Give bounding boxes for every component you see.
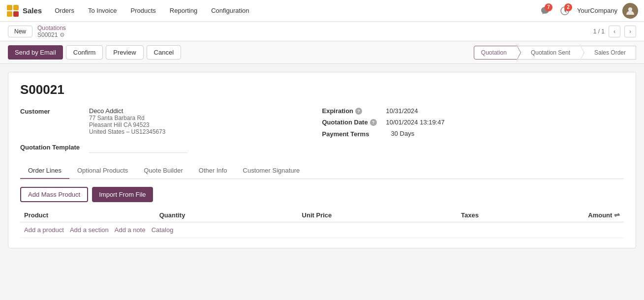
svg-point-5 [628,7,632,11]
adjust-columns-icon[interactable]: ⇌ [614,211,620,219]
col-quantity: Quantity [155,208,298,222]
record-card: S00021 Customer Deco Addict 77 Santa Bar… [8,72,636,248]
tab-order-lines[interactable]: Order Lines [20,163,69,179]
activities-badge: 2 [564,3,572,11]
tab-content-order-lines: Add Mass Product Import From File Produc… [20,187,624,238]
breadcrumb-id: S00021 [37,31,58,38]
top-navigation: Sales Orders To Invoice Products Reporti… [0,0,644,22]
confirm-button[interactable]: Confirm [66,45,103,60]
record-fields: Customer Deco Addict 77 Santa Barbara Rd… [20,107,624,153]
add-mass-product-button[interactable]: Add Mass Product [20,187,88,202]
add-section-link[interactable]: Add a section [70,226,109,234]
nav-to-invoice[interactable]: To Invoice [81,0,124,22]
status-sales-order[interactable]: Sales Order [580,46,636,60]
breadcrumb-current: S00021 ⚙ [37,31,66,38]
tab-customer-signature[interactable]: Customer Signature [235,163,308,179]
quotation-template-label: Quotation Template [20,143,89,151]
empty-row: Add a product Add a section Add a note C… [20,222,624,238]
customer-address-3: United States – US12345673 [89,128,165,135]
app-name: Sales [23,6,42,15]
action-bar: Send by Email Confirm Preview Cancel Quo… [0,41,644,64]
action-buttons: Send by Email Confirm Preview Cancel [8,45,181,60]
customer-address-2: Pleasant Hill CA 94523 [89,121,165,128]
nav-links: Orders To Invoice Products Reporting Con… [48,0,538,22]
quotation-date-value: 10/01/2024 13:19:47 [386,119,445,126]
col-unit-price: Unit Price [298,208,457,222]
catalog-link[interactable]: Catalog [152,226,174,234]
customer-address-1: 77 Santa Barbara Rd [89,115,165,121]
nav-orders[interactable]: Orders [48,0,81,22]
breadcrumb-left: New Quotations S00021 ⚙ [8,25,66,38]
next-record-button[interactable]: › [624,26,636,37]
order-lines-table: Product Quantity Unit Price Taxes Amount [20,208,624,238]
add-product-link[interactable]: Add a product [24,226,64,234]
payment-terms-value[interactable]: 30 Days [391,130,415,137]
breadcrumb-bar: New Quotations S00021 ⚙ 1 / 1 ‹ › [0,22,644,41]
nav-configuration[interactable]: Configuration [204,0,256,22]
tab-optional-products[interactable]: Optional Products [69,163,136,179]
notifications-button[interactable]: 7 [538,3,552,18]
customer-label: Customer [20,107,89,115]
expiration-label: Expiration ? [322,107,386,115]
app-logo[interactable]: Sales [6,4,42,18]
nav-right-section: 7 2 YourCompany [538,3,638,19]
tab-bar: Order Lines Optional Products Quote Buil… [20,163,624,179]
status-quotation-sent[interactable]: Quotation Sent [517,46,581,60]
sales-logo-icon [6,4,20,18]
quotation-date-field-row: Quotation Date ? 10/01/2024 13:19:47 [322,119,624,126]
svg-rect-0 [7,5,12,10]
payment-terms-field-row: Payment Terms 30 Days [322,130,624,138]
quotation-date-label: Quotation Date ? [322,119,386,126]
col-amount: Amount ⇌ [565,208,624,222]
tab-quote-builder[interactable]: Quote Builder [136,163,191,179]
expiration-help-icon[interactable]: ? [355,108,362,115]
expiration-field-row: Expiration ? 10/31/2024 [322,107,624,115]
svg-rect-3 [13,11,19,17]
send-by-email-button[interactable]: Send by Email [8,45,63,60]
tab-actions: Add Mass Product Import From File [20,187,624,202]
status-quotation[interactable]: Quotation [474,46,517,60]
add-row-links: Add a product Add a section Add a note C… [20,222,624,238]
quotation-template-value[interactable] [89,143,187,153]
breadcrumb-right: 1 / 1 ‹ › [593,26,636,37]
customer-value: Deco Addict 77 Santa Barbara Rd Pleasant… [89,107,165,135]
notifications-badge: 7 [545,3,552,11]
payment-terms-label: Payment Terms [322,130,391,138]
svg-rect-1 [13,5,19,10]
quotation-template-row: Quotation Template [20,143,322,153]
gear-icon[interactable]: ⚙ [60,31,65,38]
customer-name[interactable]: Deco Addict [89,107,123,115]
status-steps: Quotation Quotation Sent Sales Order [474,46,636,60]
new-button[interactable]: New [8,26,32,37]
add-note-link[interactable]: Add a note [115,226,146,234]
customer-field-row: Customer Deco Addict 77 Santa Barbara Rd… [20,107,322,135]
quotation-date-help-icon[interactable]: ? [370,119,377,126]
breadcrumb-parent[interactable]: Quotations [37,25,66,31]
nav-reporting[interactable]: Reporting [163,0,204,22]
preview-button[interactable]: Preview [106,45,143,60]
activities-button[interactable]: 2 [557,3,572,18]
prev-record-button[interactable]: ‹ [609,26,620,37]
company-name[interactable]: YourCompany [577,7,617,14]
field-group-left: Customer Deco Addict 77 Santa Barbara Rd… [20,107,322,153]
breadcrumb-links: Quotations S00021 ⚙ [37,25,66,38]
field-group-right: Expiration ? 10/31/2024 Quotation Date ?… [322,107,624,153]
svg-rect-2 [7,11,12,17]
col-taxes: Taxes [457,208,565,222]
col-product: Product [20,208,155,222]
import-from-file-button[interactable]: Import From File [92,187,153,202]
tab-other-info[interactable]: Other Info [191,163,235,179]
nav-products[interactable]: Products [123,0,162,22]
user-avatar[interactable] [622,3,638,19]
pagination-text: 1 / 1 [593,28,605,35]
expiration-value[interactable]: 10/31/2024 [386,107,418,115]
cancel-button[interactable]: Cancel [147,45,181,60]
record-title: S00021 [20,82,624,97]
main-content: S00021 Customer Deco Addict 77 Santa Bar… [0,64,644,297]
